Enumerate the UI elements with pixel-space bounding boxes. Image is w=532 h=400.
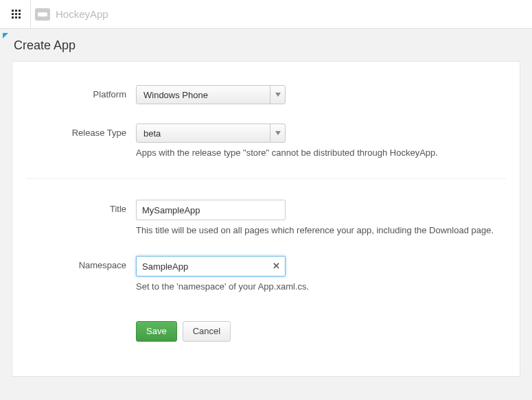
svg-rect-8 — [19, 16, 21, 19]
save-button[interactable]: Save — [136, 321, 177, 342]
release-type-select[interactable]: beta — [136, 123, 286, 143]
namespace-input[interactable] — [136, 256, 286, 277]
namespace-label: Namespace — [26, 256, 136, 270]
header-corner-accent — [3, 33, 8, 38]
caret-down-icon — [270, 86, 285, 104]
topbar-divider — [30, 0, 31, 29]
platform-select[interactable]: Windows Phone — [136, 85, 286, 104]
clear-input-button[interactable]: ✕ — [270, 261, 281, 272]
brand-name: HockeyApp — [56, 8, 108, 20]
cancel-button[interactable]: Cancel — [183, 321, 231, 342]
form-panel: Platform Windows Phone Release Type beta… — [12, 61, 520, 377]
page-header: Create App — [0, 29, 532, 61]
title-help: This title will be used on all pages whi… — [136, 224, 506, 237]
platform-label: Platform — [26, 85, 136, 99]
svg-rect-7 — [15, 16, 17, 19]
title-label: Title — [26, 200, 136, 214]
release-type-help: Apps with the release type "store" canno… — [136, 147, 506, 159]
caret-down-icon — [270, 124, 285, 142]
namespace-help: Set to the 'namespace' of your App.xaml.… — [136, 281, 506, 293]
svg-rect-3 — [12, 13, 14, 15]
apps-grid-button[interactable] — [5, 3, 27, 25]
brand[interactable]: HockeyApp — [35, 8, 108, 21]
svg-rect-1 — [15, 10, 17, 12]
page-title: Create App — [14, 38, 520, 53]
release-type-value: beta — [137, 128, 270, 139]
svg-rect-6 — [12, 16, 14, 19]
form-actions: Save Cancel — [26, 321, 506, 342]
brand-icon — [35, 8, 50, 21]
svg-rect-5 — [19, 13, 21, 15]
svg-rect-2 — [19, 10, 21, 12]
release-type-label: Release Type — [26, 123, 136, 138]
svg-rect-4 — [15, 13, 17, 15]
title-input[interactable] — [136, 200, 286, 220]
grid-icon — [12, 10, 21, 19]
top-bar: HockeyApp — [0, 0, 532, 29]
svg-rect-0 — [12, 10, 14, 12]
platform-value: Windows Phone — [137, 90, 270, 100]
section-divider — [26, 178, 506, 179]
